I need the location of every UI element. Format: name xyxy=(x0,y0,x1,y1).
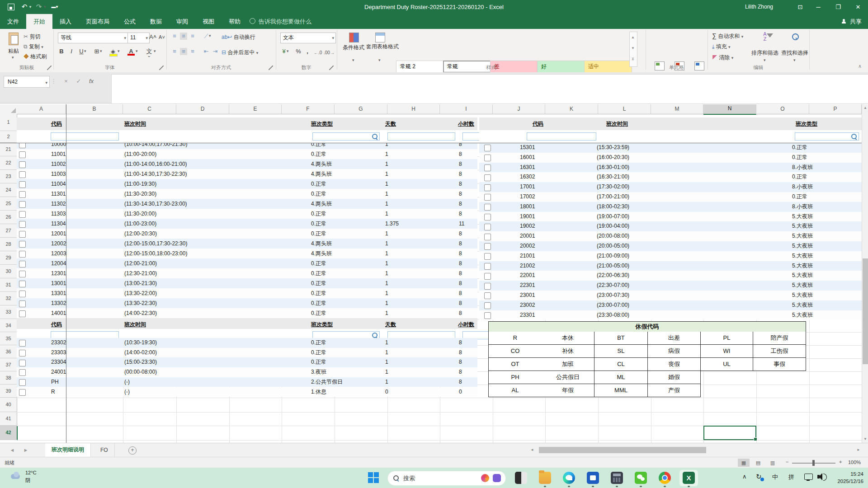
tab-帮助[interactable]: 帮助 xyxy=(222,14,248,29)
row-checkbox[interactable] xyxy=(484,174,491,181)
page-break-view-icon[interactable]: ▥ xyxy=(767,459,778,467)
filter-input[interactable] xyxy=(51,132,119,141)
horizontal-scroll-thumb[interactable] xyxy=(539,447,706,453)
row-checkbox[interactable] xyxy=(484,164,491,171)
row-header-21[interactable]: 21 xyxy=(0,143,17,156)
taskbar-app-wechat-icon[interactable] xyxy=(635,472,647,484)
name-box[interactable]: N42▾ xyxy=(4,76,50,88)
font-name-select[interactable]: 等线▾ xyxy=(58,33,128,43)
ribbon-display-options-icon[interactable]: ⊡ xyxy=(792,0,808,14)
increase-font-icon[interactable]: A˄ xyxy=(149,33,156,41)
row-checkbox[interactable] xyxy=(19,221,26,228)
gallery-up-icon[interactable]: ▲ xyxy=(630,32,636,43)
gallery-down-icon[interactable]: ▼ xyxy=(630,43,636,54)
ime-language-indicator[interactable]: 中 xyxy=(772,473,778,481)
sort-filter-button[interactable]: AZ 排序和筛选 ▾ xyxy=(750,32,779,66)
row-header-22[interactable]: 22 xyxy=(0,156,17,170)
number-dialog-launcher[interactable] xyxy=(329,66,334,70)
row-checkbox[interactable] xyxy=(19,231,26,238)
taskbar-clock[interactable]: 15:24 2025/12/16 xyxy=(837,470,863,485)
row-checkbox[interactable] xyxy=(19,271,26,277)
borders-dropdown[interactable]: ▾ xyxy=(100,49,102,53)
column-header-B[interactable]: B xyxy=(66,104,123,114)
row-checkbox[interactable] xyxy=(484,204,491,211)
row-checkbox[interactable] xyxy=(19,241,26,248)
taskbar-app-notebook-icon[interactable] xyxy=(515,472,527,484)
tab-公式[interactable]: 公式 xyxy=(117,14,143,29)
row-header-1[interactable]: 1 xyxy=(0,114,17,131)
column-header-E[interactable]: E xyxy=(229,104,282,114)
close-button[interactable]: ✕ xyxy=(848,0,868,14)
tab-插入[interactable]: 插入 xyxy=(52,14,79,29)
insert-function-icon[interactable]: fx xyxy=(86,76,97,87)
weather-temp[interactable]: 12°C xyxy=(25,470,37,475)
zoom-in-icon[interactable]: + xyxy=(839,459,842,465)
row-checkbox[interactable] xyxy=(484,253,491,260)
column-header-K[interactable]: K xyxy=(545,104,598,114)
row-checkbox[interactable] xyxy=(19,281,26,287)
row-checkbox[interactable] xyxy=(19,379,26,386)
ime-mode-indicator[interactable]: 拼 xyxy=(788,473,794,481)
row-checkbox[interactable] xyxy=(19,310,26,317)
tell-me-box[interactable]: 告诉我你想要做什么 xyxy=(248,14,311,29)
copy-button[interactable]: ⧉ 复制 ▾ xyxy=(24,42,43,52)
filter-input[interactable] xyxy=(387,132,455,141)
row-checkbox[interactable] xyxy=(19,300,26,307)
font-size-select[interactable]: 11▾ xyxy=(127,33,150,43)
phonetic-dropdown[interactable]: ▾ xyxy=(154,49,156,53)
normal-view-icon[interactable]: ▦ xyxy=(738,459,750,467)
filter-input[interactable] xyxy=(312,132,380,141)
column-header-I[interactable]: I xyxy=(440,104,493,114)
row-checkbox[interactable] xyxy=(484,224,491,230)
taskbar-app-store-icon[interactable] xyxy=(587,472,599,484)
align-middle-icon[interactable]: ≡ xyxy=(180,33,187,40)
row-header-38[interactable]: 38 xyxy=(0,371,17,385)
row-checkbox[interactable] xyxy=(484,312,491,319)
alignment-dialog-launcher[interactable] xyxy=(269,66,273,70)
zoom-slider-thumb[interactable] xyxy=(812,460,815,466)
new-sheet-button[interactable]: + xyxy=(128,446,137,455)
confirm-entry-icon[interactable]: ✓ xyxy=(73,76,84,87)
taskbar-app-chrome-icon[interactable] xyxy=(659,472,671,484)
sync-icon[interactable]: ↻ xyxy=(756,473,762,481)
column-header-J[interactable]: J xyxy=(493,104,545,114)
column-header-H[interactable]: H xyxy=(387,104,440,114)
align-center-icon[interactable]: ≡ xyxy=(180,48,187,55)
number-format-select[interactable]: 文本▾ xyxy=(280,33,336,43)
weather-condition[interactable]: 阴 xyxy=(25,477,30,484)
align-left-icon[interactable]: ≡ xyxy=(171,48,178,55)
row-checkbox[interactable] xyxy=(19,360,26,366)
scroll-left-icon[interactable]: ◄ xyxy=(529,447,535,453)
row-header-35[interactable]: 35 xyxy=(0,332,17,345)
row-header-33[interactable]: 33 xyxy=(0,305,17,319)
account-name[interactable]: Lilith Zhong xyxy=(745,0,773,14)
row-checkbox[interactable] xyxy=(19,171,26,178)
share-button[interactable]: 共享 xyxy=(842,14,862,29)
row-header-31[interactable]: 31 xyxy=(0,278,17,292)
page-layout-view-icon[interactable]: ▤ xyxy=(752,459,764,467)
row-checkbox[interactable] xyxy=(484,234,491,240)
scroll-up-icon[interactable]: ▲ xyxy=(862,104,868,112)
vertical-scroll-thumb[interactable] xyxy=(863,258,868,364)
paste-button[interactable]: 粘贴 ▾ xyxy=(4,32,24,65)
merge-center-button[interactable]: ⊟ 合并后居中 ▾ xyxy=(222,48,258,57)
tray-expand-icon[interactable]: ∧ xyxy=(742,473,747,480)
collapse-ribbon-icon[interactable]: ∧ xyxy=(856,63,863,70)
tab-开始[interactable]: 开始 xyxy=(26,14,52,29)
orientation-dropdown[interactable]: ▾ xyxy=(209,33,211,38)
underline-dropdown[interactable]: ▾ xyxy=(84,49,86,53)
taskbar-app-calculator-icon[interactable] xyxy=(611,472,623,484)
row-header-23[interactable]: 23 xyxy=(0,170,17,183)
scroll-down-icon[interactable]: ▼ xyxy=(862,436,868,443)
row-header-30[interactable]: 30 xyxy=(0,265,17,278)
cut-button[interactable]: ✂ 剪切 xyxy=(24,33,40,41)
row-checkbox[interactable] xyxy=(19,291,26,297)
wrap-text-button[interactable]: ab↩ 自动换行 xyxy=(222,33,255,42)
borders-icon[interactable]: ⊞ xyxy=(93,48,100,55)
decrease-decimal-icon[interactable]: .00→ xyxy=(324,48,335,57)
taskbar-app-folder-icon[interactable] xyxy=(539,472,551,484)
clipboard-dialog-launcher[interactable] xyxy=(47,66,52,70)
filter-input[interactable] xyxy=(795,132,859,141)
row-header-41[interactable]: 41 xyxy=(0,412,17,426)
row-checkbox[interactable] xyxy=(484,145,491,151)
